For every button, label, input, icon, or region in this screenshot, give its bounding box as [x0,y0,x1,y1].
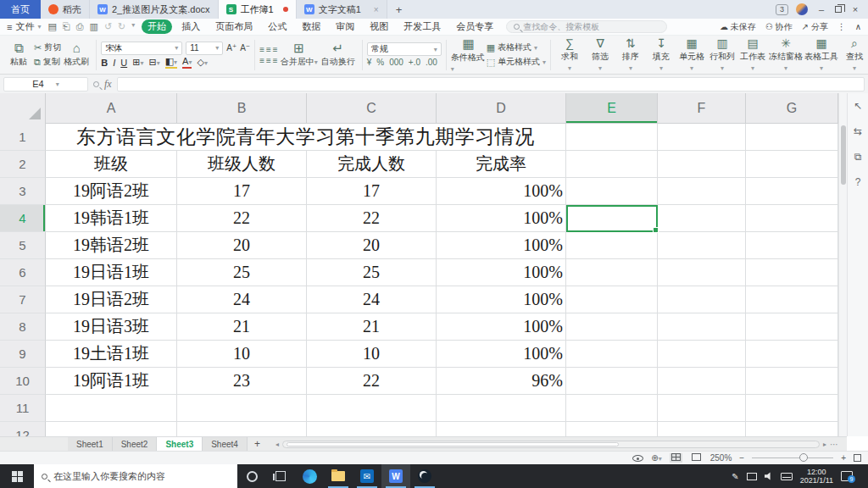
cell[interactable] [746,259,838,286]
cell[interactable]: 19日语1班 [46,259,177,286]
cell[interactable] [566,395,658,422]
cell[interactable]: 21 [177,313,307,341]
cell-style-button[interactable]: ⬚单元格样式▾ [487,56,546,68]
menu-item-视图[interactable]: 视图 [364,19,394,34]
tab-workbook1-active[interactable]: S 工作簿1 [219,0,297,19]
bold-button[interactable]: B [101,58,108,68]
close-tab-icon[interactable]: × [374,5,379,14]
tab-document-wps[interactable]: W 文字文稿1 × [297,0,387,19]
wps-office-button[interactable]: W [381,464,410,488]
cell[interactable] [437,422,566,436]
求和-button[interactable]: ∑求和▾ [555,37,584,72]
cell[interactable]: 23 [177,368,307,395]
cell[interactable]: 100% [437,178,566,205]
cell[interactable] [437,395,566,422]
cell[interactable] [177,422,307,436]
cell[interactable]: 22 [307,205,437,232]
cell[interactable] [746,422,838,436]
input-method-tray-icon[interactable] [781,473,793,480]
command-search-input[interactable]: 查找命令、搜索模板 [506,20,667,33]
cursor-select-icon[interactable]: ↖ [854,100,862,112]
row-header-1[interactable]: 1 [0,124,46,151]
select-all-corner[interactable] [0,93,46,124]
cell[interactable] [746,151,838,178]
spreadsheet-grid[interactable]: ABCDEFG1东方语言文化学院青年大学习第十季第九期学习情况2班级班级人数完成… [0,93,838,436]
menu-item-页面布局[interactable]: 页面布局 [209,19,259,34]
number-tool-¥[interactable]: ¥ [367,58,372,67]
help-icon[interactable]: ? [855,176,861,188]
行和列-button[interactable]: ▥行和列▾ [708,37,737,72]
cell[interactable] [746,178,838,205]
name-box[interactable]: E4 ▾ [3,77,88,92]
selection-mode-icon[interactable]: ⊕▾ [651,453,661,463]
print-preview-icon[interactable]: ▥ [89,21,97,32]
table-style-button[interactable]: ▦表格样式▾ [487,42,546,53]
cloud-save-status[interactable]: ☁ 未保存 [720,21,756,33]
share-button[interactable]: ↗ 分享 [802,21,828,33]
cell[interactable] [566,422,658,436]
display-tray-icon[interactable] [747,473,757,480]
cell[interactable] [746,313,838,341]
cell[interactable]: 24 [307,286,437,313]
file-menu[interactable]: ≡ 文件 ▾ [7,20,41,33]
column-header-C[interactable]: C [307,93,437,123]
minimize-button[interactable]: – [815,4,827,14]
cortana-button[interactable] [237,464,266,488]
row-header-5[interactable]: 5 [0,232,46,259]
cell[interactable] [746,286,838,313]
user-avatar[interactable] [796,3,808,15]
file-explorer-button[interactable] [324,464,353,488]
cell[interactable] [658,368,746,395]
number-tool-%[interactable]: % [376,58,384,67]
cell[interactable] [566,313,658,341]
表格工具-button[interactable]: ▦表格工具▾ [804,37,838,72]
cell[interactable] [566,286,658,313]
cell[interactable]: 24 [177,286,307,313]
cell[interactable]: 96% [437,368,566,395]
dark-app-button[interactable] [410,464,439,488]
cell[interactable]: 10 [177,341,307,368]
cell[interactable] [566,368,658,395]
cell[interactable] [566,232,658,259]
more-sheets-icon[interactable]: ⋯ [830,440,838,449]
cut-button[interactable]: ✂剪切 [34,42,61,53]
decrease-font-icon[interactable]: A⁻ [240,43,250,53]
fill-color-icon[interactable]: ◧▾ [165,57,177,69]
horizontal-scrollbar-thumb[interactable] [287,442,619,446]
cell[interactable] [566,341,658,368]
tab-docer[interactable]: 稻壳 [41,0,90,19]
align-top-icon[interactable]: ≡ [259,45,266,54]
cell[interactable]: 19土语1班 [46,341,177,368]
cell[interactable] [658,286,746,313]
italic-button[interactable]: I [113,58,115,68]
scroll-left-icon[interactable]: ◂ [275,441,279,448]
horizontal-scrollbar[interactable] [282,441,820,448]
page-layout-view-button[interactable] [690,453,703,463]
cell[interactable]: 20 [307,232,437,259]
zoom-out-icon[interactable]: − [739,453,744,463]
cell[interactable] [746,368,838,395]
row-header-3[interactable]: 3 [0,178,46,205]
close-window-button[interactable]: × [849,4,861,14]
mail-button[interactable]: ✉ [353,464,381,488]
cell[interactable]: 班级人数 [177,151,307,178]
cell[interactable] [177,395,307,422]
column-header-G[interactable]: G [746,93,838,123]
add-sheet-button[interactable]: + [248,437,267,451]
column-header-B[interactable]: B [177,93,307,123]
cell[interactable]: 100% [437,259,566,286]
cell[interactable]: 10 [307,341,437,368]
eye-protection-icon[interactable] [632,455,643,462]
print-icon[interactable]: ⎙ [76,21,84,32]
cell[interactable] [658,205,746,232]
redo-icon[interactable]: ↻ [118,21,125,32]
menu-item-插入[interactable]: 插入 [175,19,206,34]
restore-button[interactable] [835,6,842,13]
menu-item-开始[interactable]: 开始 [142,19,172,34]
new-tab-button[interactable]: + [387,0,411,19]
taskbar-search-input[interactable]: 在这里输入你要搜索的内容 [34,464,237,488]
sheet-tab-Sheet4[interactable]: Sheet4 [203,437,248,451]
format-painter-button[interactable]: ⌂ 格式刷 [61,42,92,68]
column-header-E[interactable]: E [566,93,658,123]
merge-center-button[interactable]: ⊞ 合并居中▾ [280,42,319,68]
